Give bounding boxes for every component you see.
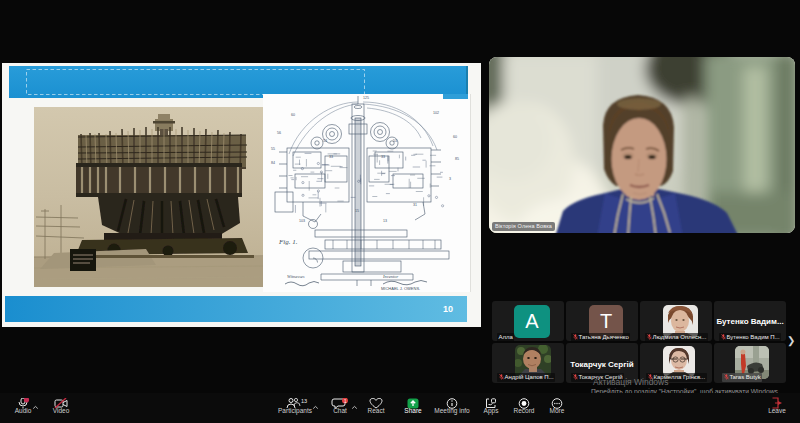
svg-text:33: 33 xyxy=(381,155,385,159)
svg-text:60: 60 xyxy=(291,113,295,117)
svg-text:56: 56 xyxy=(277,131,281,135)
svg-text:55: 55 xyxy=(271,147,275,151)
svg-text:53: 53 xyxy=(393,139,397,143)
svg-text:53: 53 xyxy=(323,139,327,143)
svg-text:84: 84 xyxy=(271,161,275,165)
svg-text:31: 31 xyxy=(413,203,417,207)
svg-text:13: 13 xyxy=(383,219,387,223)
svg-text:125: 125 xyxy=(363,96,369,100)
svg-text:15: 15 xyxy=(355,209,359,213)
svg-text:13: 13 xyxy=(301,398,307,404)
svg-text:3: 3 xyxy=(449,177,451,181)
svg-text:60: 60 xyxy=(453,135,457,139)
svg-text:103: 103 xyxy=(299,219,305,223)
svg-text:102: 102 xyxy=(433,111,439,115)
svg-text:Inventor: Inventor xyxy=(382,274,398,279)
svg-text:85: 85 xyxy=(455,157,459,161)
svg-text:Witnesses: Witnesses xyxy=(287,274,305,279)
svg-text:MICHAEL J. OWENS.: MICHAEL J. OWENS. xyxy=(381,286,420,291)
svg-text:Fig. 1.: Fig. 1. xyxy=(278,238,298,246)
svg-text:1: 1 xyxy=(344,399,347,404)
svg-text:33: 33 xyxy=(329,155,333,159)
